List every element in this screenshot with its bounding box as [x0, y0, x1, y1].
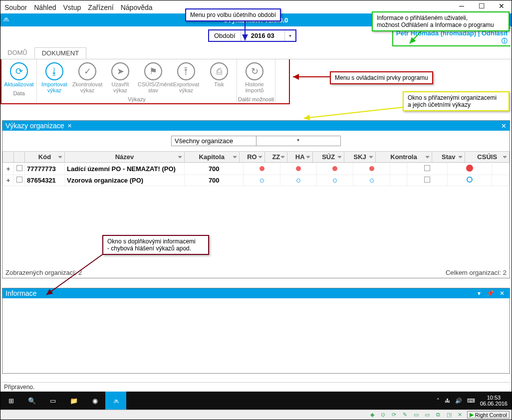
refresh-icon: ⟳ — [10, 62, 28, 80]
col-check — [14, 152, 25, 163]
filter-icon[interactable]: ⏷ — [306, 154, 311, 160]
status-bar: Připraveno. — [2, 382, 510, 392]
expand-icon[interactable]: + — [6, 165, 10, 173]
btn-aktualizovat[interactable]: ⟳Aktualizovat — [2, 60, 35, 89]
btn-importovat-vykaz[interactable]: ⭳Importovat výkaz — [38, 60, 71, 95]
remote-right-control[interactable]: ▶Right Control — [467, 411, 510, 419]
status-dot-icon — [332, 166, 337, 171]
cell-kod: 87654321 — [25, 175, 65, 186]
col-kontrola[interactable]: Kontrola⏷ — [375, 152, 432, 163]
table-row[interactable]: + 77777773 Ladící územní PO - NEMAZAT! (… — [3, 163, 510, 175]
forward-icon: ➤ — [111, 62, 129, 80]
callout-grid: Okno s přiřazenými organizacemi a jejich… — [403, 91, 510, 111]
table-row[interactable]: + 87654321 Vzorová organizace (PO) 700 — [3, 175, 510, 186]
menu-napoveda[interactable]: Nápověda — [121, 3, 153, 11]
explorer-icon[interactable]: 📁 — [63, 392, 84, 410]
col-kapitola[interactable]: Kapitola⏷ — [185, 152, 240, 163]
col-ha[interactable]: HA⏷ — [287, 152, 312, 163]
close-button[interactable]: ✕ — [492, 0, 512, 11]
menu-zarizeni[interactable]: Zařízení — [88, 3, 113, 11]
maximize-button[interactable]: ☐ — [472, 0, 492, 11]
chrome-icon[interactable]: ◉ — [84, 392, 105, 410]
footer-total: Celkem organizací: 2 — [446, 269, 507, 276]
taskview-icon[interactable]: ▭ — [42, 392, 63, 410]
tab-domu[interactable]: DOMŮ — [0, 47, 34, 59]
remote-icon[interactable]: ◆ — [368, 411, 376, 419]
filter-icon[interactable]: ⏷ — [258, 154, 263, 160]
taskbar: ⊞ 🔍 ▭ 📁 ◉ ⩕ ˄ 🖧 🔊 ⌨ 10:53 06.06.2016 — [0, 392, 512, 410]
remote-icon[interactable]: ▭ — [423, 411, 431, 419]
remote-icon[interactable]: ⊙ — [379, 411, 387, 419]
stav-dot-icon — [467, 177, 473, 183]
tray-up-icon[interactable]: ˄ — [437, 398, 440, 404]
org-filter-dropdown[interactable]: Všechny organizace ▾ — [171, 136, 341, 146]
col-ro[interactable]: RO⏷ — [239, 152, 265, 163]
status-dot-icon — [296, 179, 300, 183]
menu-nahled[interactable]: Náhled — [34, 3, 56, 11]
col-skj[interactable]: SKJ⏷ — [344, 152, 375, 163]
start-button[interactable]: ⊞ — [0, 392, 21, 410]
app-logo-icon: ⩕ — [2, 15, 12, 25]
panel-dropdown-icon[interactable]: ▾ — [478, 290, 483, 297]
col-zz[interactable]: ZZ⏷ — [265, 152, 287, 163]
remote-icon[interactable]: ✎ — [401, 411, 409, 419]
remote-icon[interactable]: ✕ — [456, 411, 464, 419]
btn-tisk[interactable]: ⎙Tisk — [203, 60, 236, 95]
col-suz[interactable]: SÚZ⏷ — [312, 152, 344, 163]
expand-icon[interactable]: + — [6, 177, 10, 184]
remote-icon[interactable]: ▭ — [412, 411, 420, 419]
col-csuis[interactable]: CSÚIS⏷ — [465, 152, 510, 163]
btn-historie-importu[interactable]: ↻Historie importů — [238, 60, 271, 95]
filter-icon[interactable]: ⏷ — [337, 154, 342, 160]
org-table: Kód⏷ Název⏷ Kapitola⏷ RO⏷ ZZ⏷ HA⏷ SÚZ⏷ S… — [2, 151, 510, 163]
btn-csuis-zmenit-stav[interactable]: ⚑CSÚIS/Změnit stav — [137, 60, 170, 95]
filter-icon[interactable]: ⏷ — [280, 154, 285, 160]
btn-zkontrolovat-vykaz[interactable]: ✓Zkontrolovat výkaz — [71, 60, 104, 95]
period-selector[interactable]: Období 2016 03 ▾ — [208, 29, 296, 42]
remote-icon[interactable]: ◳ — [445, 411, 453, 419]
remote-icon[interactable]: ⟳ — [390, 411, 398, 419]
col-kod[interactable]: Kód⏷ — [25, 152, 65, 163]
filter-icon[interactable]: ⏷ — [503, 154, 508, 160]
chevron-down-icon[interactable]: ▾ — [256, 136, 341, 146]
grid-close-icon[interactable]: ✕ — [67, 123, 72, 129]
callout-info: Okno s doplňkovými informacemi - chybová… — [102, 235, 209, 255]
org-filter-value: Všechny organizace — [172, 136, 256, 146]
panel-pin-icon[interactable]: 📌 — [487, 290, 496, 297]
tab-dokument[interactable]: DOKUMENT — [34, 47, 86, 59]
tray-keyboard-icon[interactable]: ⌨ — [467, 398, 475, 404]
tray-network-icon[interactable]: 🖧 — [445, 398, 450, 404]
kontrola-checkbox[interactable] — [424, 177, 430, 183]
filter-icon[interactable]: ⏷ — [369, 154, 374, 160]
remote-icon[interactable]: ⧉ — [434, 411, 442, 419]
flag-icon: ⚑ — [144, 62, 162, 80]
status-dot-icon — [370, 179, 374, 183]
panel-close-icon[interactable]: ✕ — [500, 290, 507, 297]
tray-volume-icon[interactable]: 🔊 — [455, 398, 462, 404]
filter-icon[interactable]: ⏷ — [425, 154, 430, 160]
btn-uzavrit-vykaz[interactable]: ➤Uzavřít výkaz — [104, 60, 137, 95]
svg-line-4 — [46, 254, 103, 295]
filter-icon[interactable]: ⏷ — [458, 154, 463, 160]
kontrola-checkbox[interactable] — [424, 165, 430, 171]
search-icon[interactable]: 🔍 — [21, 392, 42, 410]
col-stav[interactable]: Stav⏷ — [432, 152, 465, 163]
row-checkbox[interactable] — [16, 177, 22, 183]
filter-icon[interactable]: ⏷ — [233, 154, 238, 160]
menu-vstup[interactable]: Vstup — [63, 3, 81, 11]
filter-icon[interactable]: ⏷ — [58, 154, 63, 160]
app-taskbar-icon[interactable]: ⩕ — [105, 392, 126, 410]
info-body — [2, 298, 510, 373]
btn-exportovat-vykaz[interactable]: ⭱Exportovat výkaz — [170, 60, 203, 95]
period-dropdown-icon[interactable]: ▾ — [284, 30, 295, 41]
col-nazev[interactable]: Název⏷ — [65, 152, 185, 163]
clock[interactable]: 10:53 06.06.2016 — [480, 395, 508, 407]
history-icon: ↻ — [246, 62, 263, 80]
row-checkbox[interactable] — [16, 165, 22, 171]
grid-close-right-icon[interactable]: ✕ — [501, 122, 507, 130]
menu-soubor[interactable]: Soubor — [4, 3, 27, 11]
minimize-button[interactable]: ─ — [452, 0, 472, 11]
filter-icon[interactable]: ⏷ — [178, 154, 183, 160]
callout-period: Menu pro volbu účetního období — [185, 8, 281, 21]
status-dot-icon — [369, 166, 374, 171]
